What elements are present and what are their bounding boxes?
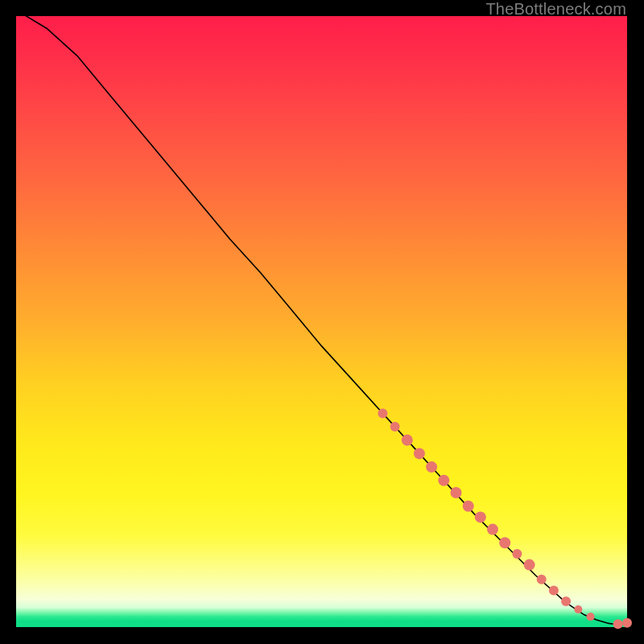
data-point [499, 537, 510, 548]
data-point [451, 487, 462, 498]
data-point [524, 559, 535, 571]
data-point [549, 586, 559, 596]
data-point [475, 511, 486, 522]
data-point [622, 618, 632, 628]
bottleneck-curve [16, 10, 627, 625]
chart-frame: TheBottleneck.com [0, 0, 644, 644]
data-points [378, 408, 632, 629]
data-point [390, 422, 400, 431]
plot-area [16, 16, 627, 627]
data-point [512, 549, 522, 559]
data-point [414, 448, 425, 459]
data-point [561, 597, 571, 606]
data-point [587, 613, 595, 621]
data-point [537, 575, 547, 584]
data-point [402, 435, 413, 446]
data-point [438, 475, 449, 486]
watermark-text: TheBottleneck.com [485, 0, 626, 19]
data-point [378, 408, 387, 418]
data-point [574, 605, 582, 613]
data-point [613, 619, 623, 629]
chart-overlay [16, 16, 627, 627]
data-point [463, 501, 474, 512]
data-point [487, 524, 498, 535]
data-point [426, 461, 437, 473]
